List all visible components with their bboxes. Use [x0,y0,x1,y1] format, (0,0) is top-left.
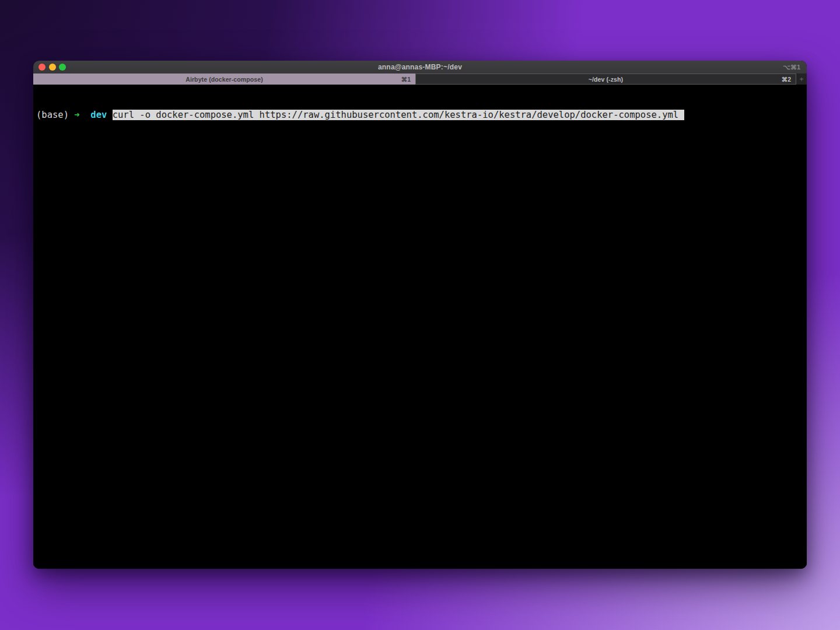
tab-airbyte-docker-compose[interactable]: Airbyte (docker-compose) ⌘1 [33,74,415,85]
window-titlebar[interactable]: anna@annas-MBP:~/dev ⌥⌘1 [33,61,807,74]
window-title: anna@annas-MBP:~/dev [378,63,462,71]
zoom-button[interactable] [59,64,66,71]
prompt-directory: dev [90,110,107,120]
traffic-lights [38,61,66,74]
prompt-arrow-icon: ➜ [74,110,79,120]
new-tab-button[interactable]: + [796,74,807,85]
window-shortcut-badge: ⌥⌘1 [783,61,800,74]
terminal-window: anna@annas-MBP:~/dev ⌥⌘1 Airbyte (docker… [33,61,807,569]
tab-shortcut-badge: ⌘2 [782,74,791,84]
tab-bar: Airbyte (docker-compose) ⌘1 ~/dev (-zsh)… [33,74,807,85]
tab-label: ~/dev (-zsh) [589,76,623,83]
tab-shortcut-badge: ⌘1 [401,74,411,85]
prompt-line: (base)➜devcurl -o docker-compose.yml htt… [36,110,807,121]
close-button[interactable] [38,64,46,71]
conda-env-prefix: (base) [36,110,69,120]
plus-icon: + [799,75,803,83]
tab-dev-zsh[interactable]: ~/dev (-zsh) ⌘2 [415,74,796,85]
minimize-button[interactable] [49,64,56,71]
terminal-screen[interactable]: (base)➜devcurl -o docker-compose.yml htt… [33,85,807,569]
tab-label: Airbyte (docker-compose) [186,76,263,83]
command-text-selected[interactable]: curl -o docker-compose.yml https://raw.g… [113,110,684,120]
